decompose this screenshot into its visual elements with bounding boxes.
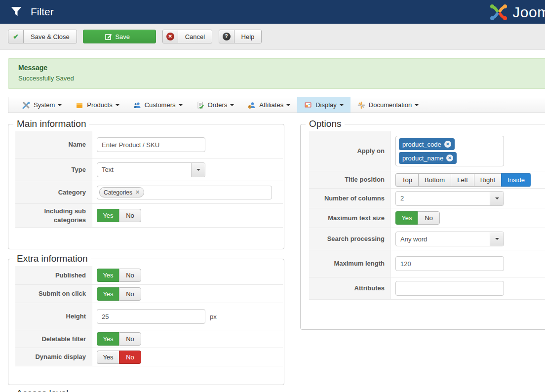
cancel-icon: ✕ (166, 33, 174, 40)
no-button[interactable]: No (119, 269, 141, 282)
menu-item-display[interactable]: Display (297, 97, 350, 113)
menu-item-label: Orders (208, 101, 228, 109)
documentation-icon (357, 101, 365, 109)
remove-tag-icon[interactable]: ✕ (446, 155, 453, 161)
field-label: Maximum text size (309, 208, 391, 228)
chevron-down-icon (196, 169, 200, 171)
published-toggle: Yes No (97, 269, 141, 282)
apply-on-chip[interactable]: product_name ✕ (399, 152, 457, 164)
menu-item-label: Affiliates (259, 101, 283, 109)
field-label: Deletable filter (15, 330, 92, 348)
form-row-sub-categories: Including sub categories Yes No (15, 203, 283, 227)
cancel-label: Cancel (178, 30, 212, 43)
form-row-maximum-text-size: Maximum text size Yes No (309, 208, 545, 228)
form-row-category: Category Categories ✕ (15, 181, 283, 203)
no-button[interactable]: No (119, 351, 141, 364)
deletable-filter-toggle: Yes No (97, 332, 141, 346)
save-and-close-label: Save & Close (24, 30, 77, 43)
title-position-bottom[interactable]: Bottom (418, 173, 451, 187)
chevron-down-icon (495, 197, 499, 199)
cancel-button[interactable]: ✕ Cancel (162, 30, 212, 43)
no-button[interactable]: No (119, 332, 141, 346)
search-processing-button[interactable] (490, 232, 504, 246)
type-select-button[interactable] (191, 163, 205, 177)
field-label: Category (15, 181, 92, 203)
form-row-title-position: Title position Top Bottom Left Right Ins… (309, 171, 545, 188)
no-button[interactable]: No (418, 211, 440, 225)
chevron-down-icon (340, 104, 344, 106)
field-label: Attributes (309, 277, 391, 299)
menu-item-label: Products (87, 101, 112, 109)
yes-button[interactable]: Yes (395, 211, 418, 225)
yes-button[interactable]: Yes (97, 209, 119, 222)
name-input[interactable] (97, 137, 205, 152)
chevron-down-icon (495, 238, 499, 240)
system-icon (22, 101, 30, 109)
form-row-deletable-filter: Deletable filter Yes No (15, 330, 283, 348)
partial-section-legend: Access level (16, 388, 69, 392)
form-row-maximum-length: Maximum length (309, 250, 545, 277)
no-button[interactable]: No (119, 287, 141, 301)
maximum-text-size-toggle: Yes No (395, 211, 440, 225)
save-button[interactable]: Save (83, 30, 156, 43)
form-row-attributes: Attributes (309, 277, 545, 299)
apply-on-multiselect[interactable]: product_code ✕ product_name ✕ (395, 136, 504, 166)
menu-item-system[interactable]: System (15, 97, 69, 113)
menu-item-customers[interactable]: Customers (126, 97, 190, 113)
title-position-inside[interactable]: Inside (501, 173, 531, 187)
apply-on-chip[interactable]: product_code ✕ (399, 138, 455, 150)
remove-tag-icon[interactable]: ✕ (135, 189, 140, 196)
search-processing-select[interactable]: Any word (395, 232, 504, 246)
page-title: Filter (31, 6, 54, 18)
chevron-down-icon (58, 104, 62, 106)
menu-item-affiliates[interactable]: $ Affiliates (241, 97, 297, 113)
display-icon (304, 101, 312, 109)
joomla-logo: Joomla (489, 2, 545, 22)
chevron-down-icon (230, 104, 234, 106)
help-button[interactable]: ? Help (219, 30, 262, 43)
save-and-close-button[interactable]: ✔ Save & Close (8, 30, 77, 43)
yes-button[interactable]: Yes (97, 287, 119, 301)
type-select-value: Text (97, 163, 191, 177)
orders-icon (196, 101, 204, 109)
sub-categories-toggle: Yes No (97, 209, 141, 222)
section-legend: Extra information (13, 253, 91, 264)
title-position-top[interactable]: Top (395, 173, 418, 187)
form-row-submit-on-click: Submit on click Yes No (15, 284, 283, 303)
form-table: Published Yes No Submit on click Yes No (15, 266, 283, 366)
apply-on-chip-label: product_name (402, 155, 443, 162)
title-position-left[interactable]: Left (451, 173, 474, 187)
maximum-length-input[interactable] (395, 256, 504, 271)
apply-on-chip-label: product_code (402, 141, 441, 148)
chevron-down-icon (286, 104, 290, 106)
columns-select[interactable]: 2 (395, 191, 504, 206)
columns-select-button[interactable] (490, 192, 504, 205)
category-chip[interactable]: Categories ✕ (99, 187, 144, 197)
section-main-information: Main information Name Type Text Category (8, 118, 284, 249)
joomla-logo-text: Joomla (512, 4, 545, 21)
attributes-input[interactable] (395, 281, 504, 296)
message-body: Successfully Saved (18, 75, 535, 82)
chevron-down-icon (116, 104, 119, 106)
form-row-apply-on: Apply on product_code ✕ product_name ✕ (309, 131, 545, 171)
type-select[interactable]: Text (97, 162, 205, 177)
menu-item-orders[interactable]: Orders (190, 97, 241, 113)
title-position-right[interactable]: Right (474, 173, 501, 187)
section-options: Options Apply on product_code ✕ product_… (300, 118, 545, 330)
height-input[interactable] (97, 309, 205, 324)
form-table: Name Type Text Category Categories (15, 131, 283, 228)
category-tag-input[interactable]: Categories ✕ (97, 186, 272, 199)
title-position-group: Top Bottom Left Right Inside (395, 173, 531, 187)
form-row-dynamic-display: Dynamic display Yes No (15, 348, 283, 366)
menu-item-documentation[interactable]: Documentation (350, 97, 426, 113)
remove-tag-icon[interactable]: ✕ (444, 141, 451, 148)
yes-button[interactable]: Yes (97, 351, 119, 364)
menu-item-products[interactable]: Products (69, 97, 126, 113)
message-title: Message (18, 64, 535, 72)
yes-button[interactable]: Yes (97, 269, 119, 282)
category-chip-label: Categories (104, 189, 132, 196)
yes-button[interactable]: Yes (97, 332, 119, 346)
no-button[interactable]: No (119, 209, 141, 222)
success-message: Message Successfully Saved (8, 58, 545, 89)
help-label: Help (234, 30, 262, 43)
